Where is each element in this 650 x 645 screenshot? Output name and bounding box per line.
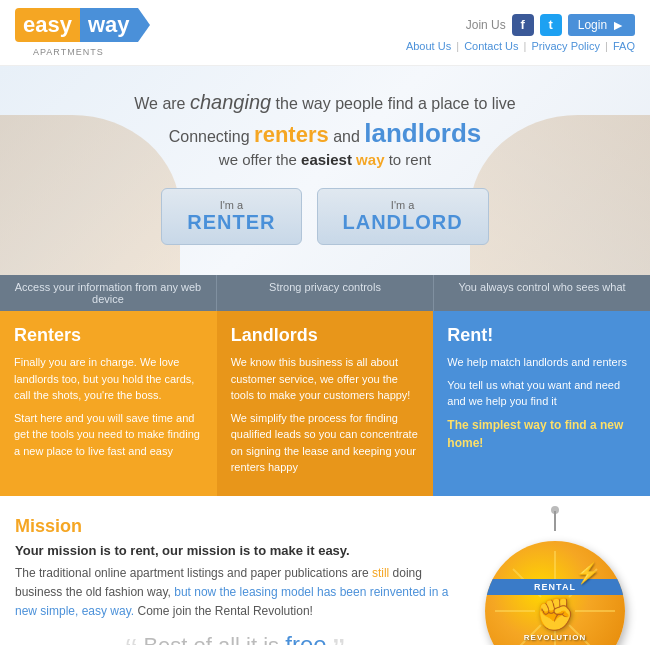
header-top-row: Join Us f t Login ► bbox=[466, 14, 635, 36]
landlord-button[interactable]: I'm a LANDLORD bbox=[317, 188, 489, 245]
twitter-icon[interactable]: t bbox=[540, 14, 562, 36]
contact-us-link[interactable]: Contact Us bbox=[464, 40, 518, 52]
facebook-icon[interactable]: f bbox=[512, 14, 534, 36]
landlords-text-2: We simplify the process for finding qual… bbox=[231, 410, 420, 476]
logo-apartments: APARTMENTS bbox=[33, 47, 138, 57]
privacy-policy-link[interactable]: Privacy Policy bbox=[532, 40, 600, 52]
hero-connecting: Connecting renters and landlords bbox=[169, 118, 482, 149]
hero-buttons: I'm a RENTER I'm a LANDLORD bbox=[161, 188, 488, 245]
mission-section: Mission Your mission is to rent, our mis… bbox=[0, 496, 650, 646]
logo-easy: easy bbox=[15, 8, 80, 42]
mission-bold: Your mission is to rent, our mission is … bbox=[15, 543, 455, 558]
info-bar-item-2: Strong privacy controls bbox=[217, 275, 434, 311]
logo: easy way APARTMENTS bbox=[15, 8, 138, 57]
hero-people-left bbox=[0, 115, 180, 275]
lightning-icon: ⚡ bbox=[575, 561, 600, 585]
nav-links: About Us | Contact Us | Privacy Policy |… bbox=[406, 40, 635, 52]
rental-revolution-badge: RENTAL ✊ ⚡ REVOLUTION bbox=[480, 526, 630, 646]
logo-way: way bbox=[80, 8, 138, 42]
badge-wrap: RENTAL ✊ ⚡ REVOLUTION bbox=[475, 516, 635, 646]
badge-revolution-text: REVOLUTION bbox=[524, 633, 586, 642]
info-bar-item-3: You always control who sees what bbox=[434, 275, 650, 311]
fist-icon: ✊ bbox=[535, 595, 575, 633]
badge-ribbon: RENTAL bbox=[485, 579, 625, 595]
hero-section: We are changing the way people find a pl… bbox=[0, 66, 650, 275]
mission-content: Mission Your mission is to rent, our mis… bbox=[15, 516, 455, 646]
rent-title: Rent! bbox=[447, 325, 636, 346]
renters-text-1: Finally you are in charge. We love landl… bbox=[14, 354, 203, 404]
info-bar-item-1: Access your information from any web dev… bbox=[0, 275, 217, 311]
renter-button[interactable]: I'm a RENTER bbox=[161, 188, 301, 245]
login-button[interactable]: Login ► bbox=[568, 14, 635, 36]
badge-hang-line bbox=[554, 511, 556, 531]
rent-text-2: You tell us what you want and need and w… bbox=[447, 377, 636, 410]
about-us-link[interactable]: About Us bbox=[406, 40, 451, 52]
hero-sub: we offer the easiest way to rent bbox=[219, 151, 431, 168]
info-bar: Access your information from any web dev… bbox=[0, 275, 650, 311]
quote-left-icon: “ bbox=[125, 632, 137, 645]
badge-circle: RENTAL ✊ ⚡ REVOLUTION bbox=[485, 541, 625, 646]
renters-title: Renters bbox=[14, 325, 203, 346]
landlords-title: Landlords bbox=[231, 325, 420, 346]
quote-right-icon: ” bbox=[333, 632, 345, 645]
header: easy way APARTMENTS Join Us f t Login ► … bbox=[0, 0, 650, 66]
rent-feature: Rent! We help match landlords and renter… bbox=[433, 311, 650, 496]
join-us-text: Join Us bbox=[466, 18, 506, 32]
hero-people-right bbox=[470, 115, 650, 275]
landlords-text-1: We know this business is all about custo… bbox=[231, 354, 420, 404]
renters-text-2: Start here and you will save time and ge… bbox=[14, 410, 203, 460]
renters-feature: Renters Finally you are in charge. We lo… bbox=[0, 311, 217, 496]
logo-text: easy way APARTMENTS bbox=[15, 8, 138, 57]
mission-title: Mission bbox=[15, 516, 455, 537]
features-section: Renters Finally you are in charge. We lo… bbox=[0, 311, 650, 496]
landlords-feature: Landlords We know this business is all a… bbox=[217, 311, 434, 496]
mission-text: The traditional online apartment listing… bbox=[15, 564, 455, 622]
rent-text-1: We help match landlords and renters bbox=[447, 354, 636, 371]
faq-link[interactable]: FAQ bbox=[613, 40, 635, 52]
rent-highlight: The simplest way to find a new home! bbox=[447, 416, 636, 452]
hero-tagline: We are changing the way people find a pl… bbox=[134, 91, 516, 114]
header-right: Join Us f t Login ► About Us | Contact U… bbox=[406, 14, 635, 52]
login-arrow-icon: ► bbox=[611, 17, 625, 33]
best-of-all: “ Best of all it is free ” bbox=[15, 631, 455, 645]
